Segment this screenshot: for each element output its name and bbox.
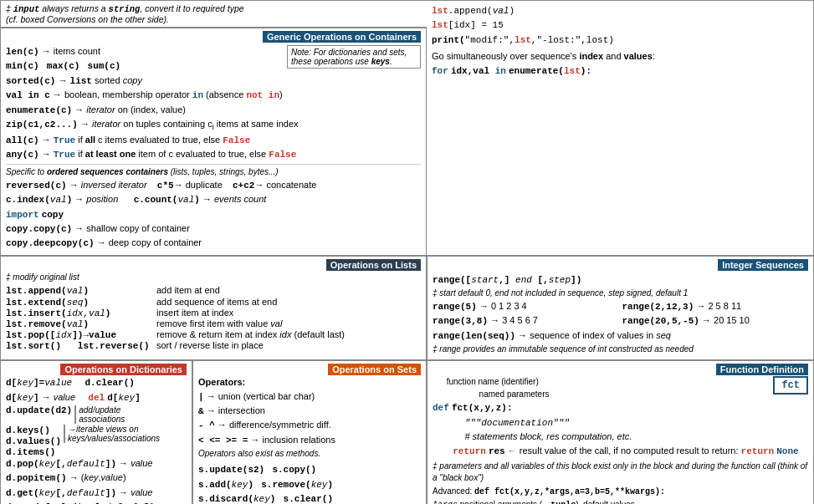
code-line-append: lst.append(val)	[432, 4, 808, 18]
dict-row-keys-values-items: d.keys() d.values() d.items() →iterable …	[6, 425, 187, 457]
dict-row-pop: d.pop(key[,default]) → value	[6, 457, 187, 471]
dict-row-get: d.get(key[,default]) → value	[6, 486, 187, 500]
dict-row-setdefault: d.setdefault(key[,default]) →value	[6, 501, 187, 504]
range2-12-3: range(2,12,3) → 2 5 8 11	[622, 300, 809, 313]
range20-5--5: range(20,5,-5) → 20 15 10	[622, 314, 809, 328]
right-top-section: lst.append(val) lst[idx] = 15 print("mod…	[427, 0, 814, 256]
range-note: ‡ start default 0, end not included in s…	[433, 288, 808, 299]
dict-row-popitem: d.popitem() → (key,value)	[6, 471, 187, 485]
list-row-remove: lst.remove(val) remove first item with v…	[6, 318, 421, 329]
integer-seq-section: Integer Sequences range([start,] end [,s…	[427, 256, 814, 361]
enumerate-line: enumerate(c) → iterator on (index, value…	[6, 104, 421, 117]
dict-section: Operations on Dictionaries d[key]=value …	[0, 360, 192, 504]
sets-intersect: & → intersection	[198, 405, 421, 418]
dict-row-get-del: d[key] → value del d[key]	[6, 391, 187, 405]
def-line: def fct(x,y,z):	[433, 401, 808, 415]
dict-sets-row: Operations on Dictionaries d[key]=value …	[0, 360, 427, 504]
top-note-section: ‡ input always returns a string, convert…	[0, 0, 427, 28]
list-row-pop: lst.pop([idx])→value remove & return ite…	[6, 329, 421, 340]
dict-title: Operations on Dictionaries	[60, 364, 187, 375]
range-len-line: range(len(seq)) → sequence of index of v…	[433, 329, 808, 343]
sets-operators-label: Operators:	[198, 376, 421, 389]
dict-row-set-clear: d[key]=value d.clear()	[6, 376, 187, 389]
sets-title: Operations on Sets	[328, 364, 421, 375]
params-note: ‡ parameters and all variables of this b…	[433, 461, 808, 484]
sets-discard-clear: s.discard(key) s.clear()	[198, 492, 421, 504]
val-in-line: val in c → boolean, membership operator …	[6, 89, 421, 102]
reversed-line: reversed(c) → inversed iterator c*5→ dup…	[6, 179, 421, 192]
for-loop-code: for idx,val in enumerate(lst):	[432, 64, 808, 78]
range5: range(5) → 0 1 2 3 4	[433, 300, 619, 313]
list-row-insert: lst.insert(idx,val) insert item at index	[6, 308, 421, 318]
deepcopy-line: copy.deepcopy(c) → deep copy of containe…	[6, 237, 421, 250]
integer-seq-title: Integer Sequences	[718, 259, 808, 271]
sorted-line: sorted(c) → list sorted copy	[6, 74, 421, 88]
code-line-print: print("modif:",lst,"-lost:",lost)	[432, 33, 808, 47]
named-params-label: named parameters	[433, 389, 808, 400]
sets-methods-note: Operators also exist as methods.	[198, 448, 421, 460]
ordered-note: Specific to ordered sequences containers…	[6, 166, 421, 178]
return-line: return res ← result value of the call, i…	[443, 445, 808, 458]
code-line-idx: lst[idx] = 15	[432, 18, 808, 32]
enumerate-desc: Go simultaneously over sequence's index …	[432, 50, 808, 63]
sets-add-remove: s.add(key) s.remove(key)	[198, 478, 421, 491]
range-immutable-note: ‡ range provides an immutable sequence o…	[433, 344, 808, 355]
top-note-text: ‡ input always returns a string, convert…	[6, 3, 244, 24]
copy-line: copy.copy(c) → shallow copy of container	[6, 222, 421, 236]
docstring-line: """documentation"""	[443, 416, 808, 430]
index-count-line: c.index(val) → position c.count(val) → e…	[6, 193, 421, 206]
statements-line: # statements block, res computation, etc…	[443, 430, 808, 444]
any-line: any(c) → True if at least one item of c …	[6, 148, 421, 161]
dict-row-update: d.update(d2) add/updateassociations	[6, 405, 187, 424]
list-row-sort: lst.sort() lst.reverse() sort / reverse …	[6, 340, 421, 351]
generic-ops-title: Generic Operations on Containers	[263, 31, 421, 43]
generic-ops-note: Note: For dictionaries and sets, these o…	[287, 45, 421, 69]
sets-section: Operations on Sets Operators: | → union …	[192, 360, 427, 504]
func-def-section: Function Definition fct function name (i…	[427, 360, 814, 504]
range-signature: range([start,] end [,step])	[433, 273, 808, 287]
sets-update-copy: s.update(s2) s.copy()	[198, 463, 421, 476]
list-row-append: lst.append(val) add item at end	[6, 284, 421, 297]
args-note: *args positional arguments (→tuple), def…	[433, 499, 808, 504]
generic-ops-section: Generic Operations on Containers Note: F…	[0, 28, 427, 256]
range3-8: range(3,8) → 3 4 5 6 7	[433, 314, 619, 328]
sets-inclusion: < <= >= = → inclusion relations	[198, 434, 421, 447]
list-row-extend: lst.extend(seq) add sequence of items at…	[6, 297, 421, 308]
sets-union: | → union (vertical bar char)	[198, 390, 421, 404]
lists-section: Operations on Lists ‡ modify original li…	[0, 256, 427, 361]
lists-title: Operations on Lists	[326, 259, 421, 271]
fct-box: fct	[773, 376, 808, 395]
sets-diff: - ^ → difference/symmetric diff.	[198, 419, 421, 432]
list-modify-note: ‡ modify original list	[6, 272, 421, 283]
main-page: ‡ input always returns a string, convert…	[0, 0, 814, 504]
zip-line: zip(c1,c2...) → iterator on tuples conta…	[6, 118, 421, 133]
func-name-label: function name (identifier)	[433, 376, 808, 388]
all-line: all(c) → True if all c items evaluated t…	[6, 134, 421, 147]
advanced-def-line: Advanced: def fct(x,y,z,*args,a=3,b=5,**…	[433, 486, 808, 498]
import-copy-line: import copy	[6, 208, 421, 221]
